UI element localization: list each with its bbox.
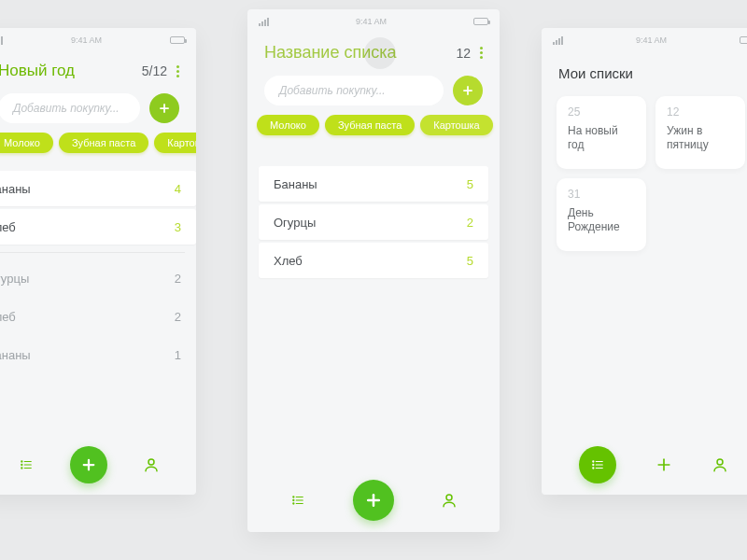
nav-lists-button-active[interactable] bbox=[579, 446, 616, 483]
battery-icon bbox=[170, 36, 185, 44]
screen-list-detail-center: 9:41 AM Название списка 12 Добавить поку… bbox=[247, 9, 500, 532]
status-time: 9:41 AM bbox=[3, 35, 170, 45]
status-bar: 9:41 AM bbox=[247, 9, 500, 30]
svg-point-17 bbox=[293, 503, 294, 504]
touch-indicator bbox=[364, 37, 396, 69]
page-title: Мои списки bbox=[542, 49, 747, 91]
screen-my-lists: 9:41 AM Мои списки 25 На новый год 12 Уж… bbox=[542, 28, 747, 495]
status-time: 9:41 AM bbox=[269, 17, 473, 26]
card-count: 31 bbox=[568, 188, 635, 201]
nav-profile-button[interactable] bbox=[712, 456, 728, 473]
list-header: Новый год 5/12 bbox=[0, 49, 196, 88]
chip[interactable]: Молоко bbox=[257, 115, 319, 135]
suggestion-chips: Молоко Зубная паста Картошка bbox=[0, 131, 196, 162]
svg-point-6 bbox=[21, 468, 22, 469]
item-name: Бананы bbox=[0, 348, 31, 362]
chip[interactable]: Картошка bbox=[420, 115, 492, 135]
nav-profile-button[interactable] bbox=[143, 456, 160, 473]
svg-point-26 bbox=[593, 468, 594, 469]
card-count: 12 bbox=[667, 105, 734, 119]
list-item[interactable]: Огурцы 2 bbox=[259, 204, 488, 240]
item-qty: 4 bbox=[175, 182, 181, 196]
item-qty: 2 bbox=[467, 216, 473, 230]
chip[interactable]: Зубная паста bbox=[59, 133, 148, 153]
list-title: Новый год bbox=[0, 62, 75, 80]
item-name: Бананы bbox=[0, 182, 31, 196]
battery-icon bbox=[740, 36, 747, 44]
signal-icon bbox=[553, 36, 563, 45]
chip[interactable]: Зубная паста bbox=[325, 115, 415, 135]
item-name: Огурцы bbox=[274, 216, 316, 230]
suggestion-chips: Молоко Зубная паста Картошка bbox=[247, 113, 500, 145]
item-name: Хлеб bbox=[0, 310, 16, 324]
nav-add-button[interactable] bbox=[655, 455, 673, 474]
svg-point-24 bbox=[593, 464, 594, 465]
bottom-nav bbox=[542, 446, 747, 483]
list-item[interactable]: Бананы 5 bbox=[259, 166, 488, 202]
screen-list-detail-left: 9:41 AM Новый год 5/12 Добавить покупку.… bbox=[0, 28, 196, 495]
signal-icon bbox=[259, 18, 269, 26]
battery-icon bbox=[473, 18, 488, 25]
menu-kebab-icon[interactable] bbox=[176, 65, 179, 77]
card-name: На новый год bbox=[568, 124, 635, 152]
nav-lists-button[interactable] bbox=[18, 458, 35, 471]
chip[interactable]: Картошка bbox=[154, 133, 196, 153]
nav-profile-button[interactable] bbox=[441, 492, 458, 509]
list-card[interactable]: 12 Ужин в пятницу bbox=[655, 96, 745, 169]
list-item[interactable]: Бананы 4 bbox=[0, 171, 196, 206]
list-card[interactable]: 31 День Рождение bbox=[557, 178, 646, 251]
status-bar: 9:41 AM bbox=[0, 28, 196, 49]
card-name: День Рождение bbox=[568, 206, 635, 234]
card-name: Ужин в пятницу bbox=[667, 124, 734, 152]
add-item-button[interactable] bbox=[453, 76, 483, 105]
item-qty: 3 bbox=[175, 220, 181, 234]
nav-add-fab[interactable] bbox=[353, 480, 394, 521]
nav-lists-button[interactable] bbox=[289, 494, 306, 507]
item-name: Бананы bbox=[274, 177, 317, 191]
item-name: Огурцы bbox=[0, 272, 29, 286]
svg-point-22 bbox=[593, 461, 594, 462]
divider bbox=[0, 252, 185, 253]
list-item-done[interactable]: Хлеб 2 bbox=[0, 299, 196, 334]
svg-point-15 bbox=[293, 499, 294, 500]
add-item-input[interactable]: Добавить покупку... bbox=[264, 76, 444, 105]
card-count: 25 bbox=[568, 105, 635, 119]
list-counter: 12 bbox=[456, 46, 471, 61]
item-name: Хлеб bbox=[274, 254, 303, 268]
svg-point-2 bbox=[21, 461, 22, 462]
nav-add-fab[interactable] bbox=[70, 446, 107, 483]
bottom-nav bbox=[247, 480, 500, 521]
chip[interactable]: Молоко bbox=[0, 133, 53, 153]
item-qty: 1 bbox=[175, 348, 181, 362]
menu-kebab-icon[interactable] bbox=[480, 47, 483, 59]
item-qty: 5 bbox=[467, 177, 473, 191]
list-counter: 5/12 bbox=[142, 63, 167, 78]
status-bar: 9:41 AM bbox=[542, 28, 747, 49]
svg-point-4 bbox=[21, 464, 22, 465]
list-card[interactable]: 25 На новый год bbox=[557, 96, 646, 169]
item-qty: 5 bbox=[467, 254, 473, 268]
add-item-input[interactable]: Добавить покупку... bbox=[0, 93, 140, 123]
item-qty: 2 bbox=[175, 272, 181, 286]
add-item-button[interactable] bbox=[149, 93, 179, 123]
svg-point-21 bbox=[446, 495, 452, 500]
list-item[interactable]: Хлеб 3 bbox=[0, 209, 196, 245]
list-item-done[interactable]: Огурцы 2 bbox=[0, 260, 196, 296]
status-time: 9:41 AM bbox=[563, 35, 740, 45]
list-item-done[interactable]: Бананы 1 bbox=[0, 337, 196, 372]
item-name: Хлеб bbox=[0, 220, 16, 234]
svg-point-30 bbox=[717, 459, 723, 465]
bottom-nav bbox=[0, 446, 196, 483]
list-item[interactable]: Хлеб 5 bbox=[259, 243, 488, 278]
svg-point-10 bbox=[148, 459, 154, 465]
svg-point-13 bbox=[293, 497, 294, 497]
item-qty: 2 bbox=[175, 310, 181, 324]
